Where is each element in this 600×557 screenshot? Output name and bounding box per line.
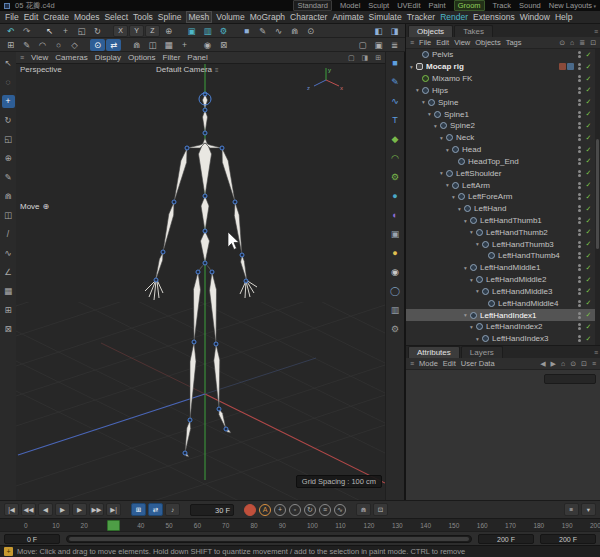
editor-visibility-dot[interactable] [578,323,581,326]
viewport-menu-view[interactable]: View [31,53,48,62]
expand-arrow-icon[interactable]: ▾ [474,288,481,294]
editor-visibility-dot[interactable] [578,63,581,66]
visibility-dots[interactable] [578,51,581,58]
light-icon[interactable]: ● [388,246,403,261]
enable-check-icon[interactable]: ✓ [584,134,593,142]
object-row-head[interactable]: ▾Head✓ [406,144,595,156]
x-axis-lock-icon[interactable]: X [113,25,128,37]
lock-icon[interactable]: ⊡ [581,360,587,368]
coordinate-system-icon[interactable]: ⊕ [161,25,176,37]
objects-menu-view[interactable]: View [454,38,470,47]
render-visibility-dot[interactable] [578,115,581,118]
menu-edit[interactable]: Edit [24,12,39,22]
key-pla-button[interactable]: ∿ [334,504,346,516]
filter-list-icon[interactable]: ≣ [387,39,402,51]
tree-scrollbar[interactable] [595,49,600,345]
knife-icon[interactable]: / [2,228,15,241]
object-row-mixamo-fk[interactable]: Mixamo FK✓ [406,73,595,85]
object-row-lefthandmiddle2[interactable]: ▾LeftHandMiddle2✓ [406,274,595,286]
object-row-mocap-rig[interactable]: ▾Mocap rig✓ [406,61,595,73]
menu-volume[interactable]: Volume [216,12,244,22]
home-icon[interactable]: ⌂ [570,39,574,46]
enable-check-icon[interactable]: ✓ [584,205,593,213]
grid-icon[interactable]: ⊞ [2,304,15,317]
visibility-dots[interactable] [578,323,581,330]
expand-arrow-icon[interactable]: ▾ [468,277,475,283]
objects-menu-edit[interactable]: Edit [436,38,449,47]
free-selection-icon[interactable]: ◌ [2,76,15,89]
visibility-dots[interactable] [578,276,581,283]
enable-check-icon[interactable]: ✓ [584,228,593,236]
menu-spline[interactable]: Spline [158,12,182,22]
enable-check-icon[interactable]: ✓ [584,181,593,189]
editor-visibility-dot[interactable] [578,122,581,125]
scale-tool-icon[interactable]: ◱ [74,25,89,37]
expand-arrow-icon[interactable]: ▾ [420,99,427,105]
visibility-dots[interactable] [578,241,581,248]
enable-check-icon[interactable]: ✓ [584,276,593,284]
viewport-quad-icon[interactable]: ▣ [371,39,386,51]
snap-toggle-icon[interactable]: ⊙ [90,39,105,51]
field-icon[interactable]: ◐ [388,208,403,223]
filter-icon[interactable]: ≣ [579,39,585,47]
editor-visibility-dot[interactable] [578,312,581,315]
viewport-single-icon[interactable]: ▢ [355,39,370,51]
render-visibility-dot[interactable] [578,221,581,224]
sky-icon[interactable]: ◯ [388,284,403,299]
render-visibility-dot[interactable] [578,256,581,259]
expand-arrow-icon[interactable]: ▾ [468,324,475,330]
visibility-dots[interactable] [578,158,581,165]
y-axis-lock-icon[interactable]: Y [129,25,144,37]
panel-menu-icon[interactable]: ≡ [592,360,596,367]
expand-arrow-icon[interactable]: ▾ [456,206,463,212]
mirror-icon[interactable]: ◫ [2,209,15,222]
home-icon[interactable]: ⌂ [561,360,565,367]
object-row-lefthandindex2[interactable]: ▾LeftHandIndex2✓ [406,321,595,333]
mirror-icon[interactable]: ◫ [145,39,160,51]
expand-arrow-icon[interactable]: ▾ [414,87,421,93]
attributes-menu-mode[interactable]: Mode [419,359,438,368]
render-icon[interactable]: ▥ [388,303,403,318]
search-icon[interactable]: ⊙ [559,39,565,47]
goto-start-button[interactable]: |◀ [4,503,19,516]
editor-visibility-dot[interactable] [578,193,581,196]
tab-objects[interactable]: Objects [408,25,453,37]
sound-toggle-button[interactable]: ♪ [165,503,180,516]
timeline-ruler[interactable]: 0102030405060708090100110120130140150160… [0,518,600,531]
layout-tab-uvedit[interactable]: UVEdit [397,1,420,10]
scrollbar-thumb[interactable] [596,139,599,249]
enable-check-icon[interactable]: ✓ [584,157,593,165]
viewport-menu-panel[interactable]: Panel [187,53,207,62]
tab-attributes[interactable]: Attributes [408,346,460,358]
object-row-pelvis[interactable]: Pelvis✓ [406,49,595,61]
render-visibility-dot[interactable] [578,162,581,165]
magnet-icon[interactable]: ⋒ [287,25,302,37]
enable-check-icon[interactable]: ✓ [584,75,593,83]
object-row-spine2[interactable]: ▾Spine2✓ [406,120,595,132]
editor-visibility-dot[interactable] [578,146,581,149]
key-position-button[interactable]: + [274,504,286,516]
timeline-collapse-icon[interactable]: ▾ [581,503,596,516]
viewport-menu-icon[interactable]: ≡ [20,54,24,61]
editor-visibility-dot[interactable] [578,335,581,338]
enable-check-icon[interactable]: ✓ [584,169,593,177]
menu-mograph[interactable]: MoGraph [250,12,285,22]
layout-tab-track[interactable]: Track [493,1,511,10]
enable-check-icon[interactable]: ✓ [584,146,593,154]
menu-help[interactable]: Help [555,12,572,22]
lock-icon[interactable]: ⊠ [216,39,231,51]
workplane-icon[interactable]: ▦ [161,39,176,51]
attributes-menu-icon[interactable]: ≡ [410,360,414,367]
text-icon[interactable]: T [388,113,403,128]
expand-arrow-icon[interactable]: ▾ [432,123,439,129]
forward-arrow-icon[interactable]: ▶ [551,360,556,368]
editor-visibility-dot[interactable] [578,87,581,90]
menu-extensions[interactable]: Extensions [473,12,515,22]
keyframe-snap-icon[interactable]: ⊡ [373,503,388,516]
editor-visibility-dot[interactable] [578,205,581,208]
pen-icon[interactable]: ✎ [2,171,15,184]
range-slider-thumb[interactable] [69,537,469,541]
viewport-grid-icon[interactable]: ⊞ [375,54,381,62]
editor-visibility-dot[interactable] [578,252,581,255]
viewport-menu-options[interactable]: Options [128,53,156,62]
